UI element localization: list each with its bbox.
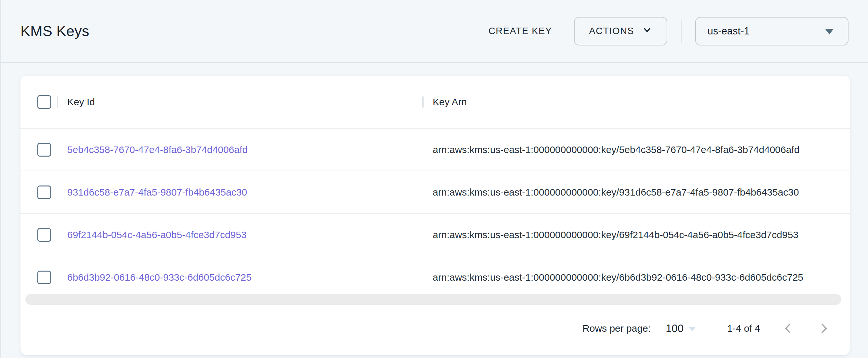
chevron-left-icon: [781, 321, 795, 336]
table-row[interactable]: 69f2144b-054c-4a56-a0b5-4fce3d7cd953 arn…: [21, 213, 850, 256]
table-header-row: Key Id Key Arn: [21, 76, 850, 128]
select-all-checkbox[interactable]: [37, 95, 51, 109]
row-checkbox[interactable]: [37, 228, 51, 242]
key-arn-text: arn:aws:kms:us-east-1:000000000000:key/5…: [433, 144, 800, 155]
header-checkbox-cell: [21, 95, 57, 109]
rows-per-page-select[interactable]: 100: [665, 322, 696, 335]
row-checkbox[interactable]: [37, 185, 51, 199]
next-page-button[interactable]: [816, 321, 832, 336]
cell-key-arn: arn:aws:kms:us-east-1:000000000000:key/9…: [422, 187, 850, 198]
key-arn-text: arn:aws:kms:us-east-1:000000000000:key/6…: [433, 229, 799, 240]
table-pagination: Rows per page: 100 1-4 of 4: [21, 305, 850, 355]
row-checkbox[interactable]: [37, 143, 51, 157]
dropdown-arrow-icon: [825, 29, 834, 34]
row-checkbox-cell: [21, 271, 57, 284]
actions-button[interactable]: ACTIONS: [574, 17, 667, 46]
column-header-label: Key Arn: [433, 96, 467, 108]
header-actions-group: CREATE KEY ACTIONS us-east-1: [482, 17, 848, 46]
table-row[interactable]: 6b6d3b92-0616-48c0-933c-6d605dc6c725 arn…: [21, 256, 850, 298]
header-divider: [681, 20, 682, 43]
key-id-link[interactable]: 931d6c58-e7a7-4fa5-9807-fb4b6435ac30: [67, 187, 247, 198]
previous-page-button[interactable]: [780, 321, 796, 336]
row-checkbox-cell: [21, 228, 57, 242]
column-header-label: Key Id: [67, 96, 95, 108]
key-arn-text: arn:aws:kms:us-east-1:000000000000:key/6…: [433, 272, 803, 283]
table-row[interactable]: 931d6c58-e7a7-4fa5-9807-fb4b6435ac30 arn…: [21, 171, 850, 213]
page-header: KMS Keys CREATE KEY ACTIONS us-east-1: [0, 0, 868, 63]
key-id-link[interactable]: 6b6d3b92-0616-48c0-933c-6d605dc6c725: [67, 272, 251, 283]
horizontal-scrollbar-thumb[interactable]: [25, 294, 841, 305]
row-checkbox-cell: [21, 143, 57, 157]
header-cell-key-id[interactable]: Key Id: [57, 96, 422, 108]
pagination-range-label: 1-4 of 4: [727, 323, 760, 334]
chevron-right-icon: [817, 321, 831, 336]
key-id-link[interactable]: 69f2144b-054c-4a56-a0b5-4fce3d7cd953: [67, 229, 247, 240]
region-select[interactable]: us-east-1: [695, 17, 848, 46]
row-checkbox-cell: [21, 185, 57, 199]
key-arn-text: arn:aws:kms:us-east-1:000000000000:key/9…: [433, 187, 799, 198]
column-resize-handle[interactable]: [422, 96, 424, 108]
column-resize-handle[interactable]: [57, 96, 58, 108]
cell-key-id: 6b6d3b92-0616-48c0-933c-6d605dc6c725: [57, 272, 422, 283]
cell-key-id: 5eb4c358-7670-47e4-8fa6-3b74d4006afd: [57, 144, 422, 155]
cell-key-id: 69f2144b-054c-4a56-a0b5-4fce3d7cd953: [57, 229, 422, 240]
header-cell-key-arn[interactable]: Key Arn: [422, 96, 850, 108]
table-row[interactable]: 5eb4c358-7670-47e4-8fa6-3b74d4006afd arn…: [21, 128, 850, 171]
horizontal-scrollbar: [21, 294, 850, 305]
region-select-value: us-east-1: [708, 25, 749, 37]
row-checkbox[interactable]: [37, 271, 51, 284]
kms-keys-table-card: Key Id Key Arn 5eb4c358-7670-47e4-8fa6-3…: [21, 76, 850, 355]
create-key-button[interactable]: CREATE KEY: [482, 20, 559, 42]
actions-button-label: ACTIONS: [589, 26, 634, 36]
chevron-down-icon: [642, 25, 652, 37]
cell-key-arn: arn:aws:kms:us-east-1:000000000000:key/6…: [422, 229, 850, 240]
rows-per-page-value: 100: [665, 322, 683, 335]
cell-key-id: 931d6c58-e7a7-4fa5-9807-fb4b6435ac30: [57, 187, 422, 198]
cell-key-arn: arn:aws:kms:us-east-1:000000000000:key/5…: [422, 144, 850, 155]
rows-per-page-label: Rows per page:: [583, 323, 651, 334]
key-id-link[interactable]: 5eb4c358-7670-47e4-8fa6-3b74d4006afd: [67, 144, 248, 155]
page-left-edge: [0, 0, 1, 358]
page-title: KMS Keys: [21, 23, 89, 40]
dropdown-arrow-icon: [689, 327, 696, 331]
cell-key-arn: arn:aws:kms:us-east-1:000000000000:key/6…: [422, 272, 850, 283]
